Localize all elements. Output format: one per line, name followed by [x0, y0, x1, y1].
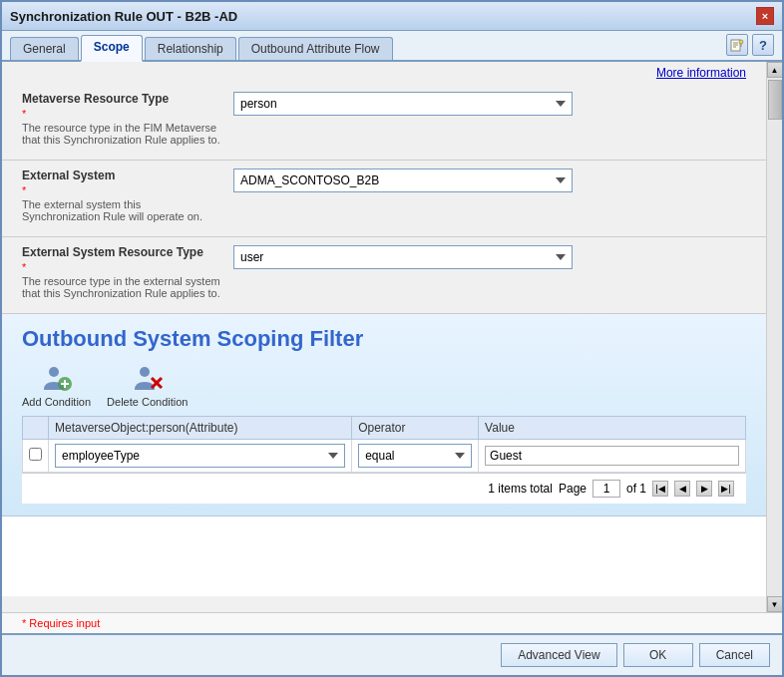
delete-condition-icon [132, 362, 164, 394]
metaverse-resource-type-section: Metaverse Resource Type * The resource t… [2, 84, 766, 161]
filter-table: MetaverseObject:person(Attribute) Operat… [22, 416, 746, 473]
filter-table-header-row: MetaverseObject:person(Attribute) Operat… [23, 417, 746, 440]
requires-input-bar: * Requires input [2, 612, 782, 633]
page-prev-button[interactable]: ◀ [674, 481, 690, 497]
svg-point-4 [739, 40, 743, 44]
page-of: of 1 [626, 482, 646, 496]
filter-row-attribute-cell: employeeType department objectType [49, 440, 352, 473]
filter-toolbar: Add Condition [22, 362, 746, 408]
metaverse-resource-type-select[interactable]: person group contact [233, 92, 573, 116]
filter-row-checkbox[interactable] [29, 448, 42, 461]
close-button[interactable]: × [756, 7, 774, 25]
add-condition-label: Add Condition [22, 396, 91, 408]
scoping-filter-section: Outbound System Scoping Filter [2, 314, 766, 516]
metaverse-resource-type-row: Metaverse Resource Type * The resource t… [22, 92, 746, 152]
external-system-resource-type-info: External System Resource Type * The reso… [22, 245, 221, 305]
filter-row-operator-select[interactable]: equal not equal starts with ends with co… [358, 444, 472, 468]
requires-input-text: * Requires input [22, 617, 100, 629]
vertical-scrollbar[interactable]: ▲ ▼ [766, 62, 782, 612]
page-label: Page [559, 482, 587, 496]
filter-col-operator: Operator [352, 417, 479, 440]
filter-col-value: Value [479, 417, 746, 440]
help-icon: ? [759, 38, 767, 53]
spacer [2, 516, 766, 596]
add-person-icon [730, 38, 744, 52]
add-person-svg-icon [41, 362, 73, 394]
more-information-link[interactable]: More information [2, 62, 766, 84]
metaverse-resource-type-desc: The resource type in the FIM Metaverse t… [22, 122, 221, 146]
scroll-down-button[interactable]: ▼ [767, 596, 783, 612]
metaverse-resource-type-select-wrapper: person group contact [233, 92, 573, 116]
filter-row-value-cell [479, 440, 746, 473]
tab-relationship[interactable]: Relationship [145, 37, 236, 60]
external-system-resource-type-required: * [22, 261, 221, 273]
tab-scope[interactable]: Scope [81, 35, 143, 62]
external-system-section: External System * The external system th… [2, 161, 766, 237]
scroll-up-button[interactable]: ▲ [767, 62, 783, 78]
external-system-desc: The external system this Synchronization… [22, 198, 221, 222]
add-condition-icon [41, 362, 73, 394]
footer-bar: Advanced View OK Cancel [2, 633, 782, 675]
items-total: 1 items total [488, 482, 553, 496]
filter-col-attribute: MetaverseObject:person(Attribute) [49, 417, 352, 440]
new-icon-button[interactable] [726, 34, 748, 56]
external-system-select-wrapper: ADMA_SCONTOSO_B2B ADMA_SCONTOSO_AD [233, 169, 573, 192]
title-bar: Synchronization Rule OUT - B2B -AD × [2, 2, 782, 31]
page-number-input[interactable] [592, 480, 620, 498]
filter-row-operator-cell: equal not equal starts with ends with co… [352, 440, 479, 473]
external-system-info: External System * The external system th… [22, 169, 221, 228]
scroll-area[interactable]: More information Metaverse Resource Type… [2, 62, 766, 612]
tab-outbound-attribute-flow[interactable]: Outbound Attribute Flow [238, 37, 393, 60]
external-system-resource-type-desc: The resource type in the external system… [22, 275, 221, 299]
metaverse-resource-type-label: Metaverse Resource Type [22, 92, 221, 106]
external-system-row: External System * The external system th… [22, 169, 746, 228]
scoping-filter-title: Outbound System Scoping Filter [22, 326, 746, 352]
advanced-view-button[interactable]: Advanced View [501, 643, 617, 667]
filter-row-value-input[interactable] [485, 446, 739, 466]
external-system-label: External System [22, 169, 221, 182]
metaverse-resource-type-required: * [22, 108, 221, 120]
main-window: Synchronization Rule OUT - B2B -AD × Gen… [0, 0, 784, 677]
page-last-button[interactable]: ▶| [718, 481, 734, 497]
scroll-thumb[interactable] [768, 80, 782, 120]
metaverse-resource-type-info: Metaverse Resource Type * The resource t… [22, 92, 221, 152]
add-condition-action[interactable]: Add Condition [22, 362, 91, 408]
delete-condition-action[interactable]: Delete Condition [107, 362, 188, 408]
filter-col-checkbox [23, 417, 49, 440]
svg-point-6 [49, 367, 59, 377]
pagination-bar: 1 items total Page of 1 |◀ ◀ ▶ ▶| [22, 473, 746, 504]
delete-person-svg-icon [132, 362, 164, 394]
external-system-required: * [22, 184, 221, 196]
filter-table-row: employeeType department objectType equal… [23, 440, 746, 473]
page-first-button[interactable]: |◀ [652, 481, 668, 497]
external-system-select[interactable]: ADMA_SCONTOSO_B2B ADMA_SCONTOSO_AD [233, 169, 573, 192]
help-button[interactable]: ? [752, 34, 774, 56]
external-system-resource-type-row: External System Resource Type * The reso… [22, 245, 746, 305]
filter-row-attribute-select[interactable]: employeeType department objectType [55, 444, 345, 468]
external-system-resource-type-select-wrapper: user group contact [233, 245, 573, 269]
page-next-button[interactable]: ▶ [696, 481, 712, 497]
external-system-resource-type-section: External System Resource Type * The reso… [2, 237, 766, 314]
tabs-bar: General Scope Relationship Outbound Attr… [2, 31, 782, 62]
filter-row-checkbox-cell [23, 440, 49, 473]
main-content: More information Metaverse Resource Type… [2, 62, 782, 612]
window-title: Synchronization Rule OUT - B2B -AD [10, 9, 237, 24]
tab-general[interactable]: General [10, 37, 79, 60]
external-system-resource-type-select[interactable]: user group contact [233, 245, 573, 269]
svg-point-10 [140, 367, 150, 377]
cancel-button[interactable]: Cancel [699, 643, 770, 667]
delete-condition-label: Delete Condition [107, 396, 188, 408]
tab-icons: ? [726, 34, 774, 56]
ok-button[interactable]: OK [623, 643, 693, 667]
external-system-resource-type-label: External System Resource Type [22, 245, 221, 259]
